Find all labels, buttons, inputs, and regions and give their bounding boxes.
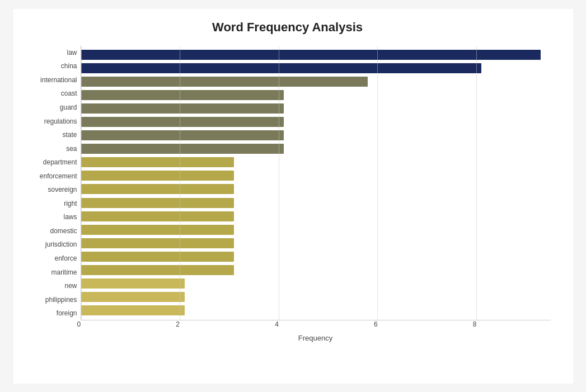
bar-row: [81, 183, 551, 195]
x-tick-6: 6: [374, 320, 378, 328]
chart-title: Word Frequency Analysis: [25, 20, 551, 35]
y-label-jurisdiction: jurisdiction: [45, 241, 77, 248]
y-label-domestic: domestic: [50, 228, 77, 234]
bar-row: [81, 264, 551, 276]
bar-row: [81, 156, 551, 168]
x-tick-4: 4: [275, 320, 279, 328]
y-label-coast: coast: [61, 90, 77, 97]
x-axis-label: Frequency: [81, 334, 551, 342]
y-label-enforce: enforce: [54, 255, 77, 262]
bar-maritime: [81, 265, 235, 275]
y-label-department: department: [43, 159, 77, 166]
y-label-enforcement: enforcement: [40, 173, 77, 180]
bar-right: [81, 198, 235, 208]
y-label-china: china: [61, 63, 77, 69]
bar-sea: [81, 144, 284, 154]
x-tick-0: 0: [77, 320, 81, 328]
bar-sovereign: [81, 184, 235, 194]
bar-row: [81, 210, 551, 223]
bar-jurisdiction: [81, 238, 235, 248]
bar-row: [81, 304, 551, 317]
bars-plot: [81, 46, 551, 320]
bar-row: [81, 62, 551, 74]
bar-foreign: [81, 305, 185, 315]
bar-state: [81, 130, 284, 140]
bar-law: [81, 50, 541, 60]
bar-row: [81, 224, 551, 236]
bar-row: [81, 116, 551, 128]
bar-domestic: [81, 225, 235, 235]
bar-row: [81, 291, 551, 303]
y-label-sea: sea: [66, 145, 77, 152]
y-label-maritime: maritime: [51, 269, 77, 276]
y-label-sovereign: sovereign: [48, 186, 77, 193]
x-tick-2: 2: [176, 320, 180, 328]
bar-row: [81, 277, 551, 290]
bar-philippines: [81, 292, 185, 302]
chart-container: Word Frequency Analysis lawchinainternat…: [13, 9, 573, 384]
bar-row: [81, 129, 551, 141]
y-label-international: international: [40, 77, 77, 83]
bar-row: [81, 143, 551, 155]
bar-coast: [81, 90, 284, 100]
bar-laws: [81, 211, 235, 221]
bar-row: [81, 169, 551, 182]
y-label-laws: laws: [63, 214, 77, 220]
bar-row: [81, 49, 551, 61]
y-label-regulations: regulations: [44, 118, 77, 125]
y-label-foreign: foreign: [57, 310, 77, 317]
y-label-guard: guard: [60, 104, 77, 111]
y-label-new: new: [64, 282, 77, 289]
x-tick-8: 8: [473, 320, 477, 328]
bar-row: [81, 102, 551, 115]
bar-new: [81, 278, 185, 289]
y-label-law: law: [67, 49, 77, 56]
y-axis: lawchinainternationalcoastguardregulatio…: [25, 46, 81, 320]
bar-rows: [81, 46, 551, 320]
bar-row: [81, 251, 551, 263]
bar-row: [81, 75, 551, 88]
bar-china: [81, 63, 481, 73]
chart-area: lawchinainternationalcoastguardregulatio…: [25, 46, 551, 342]
y-label-right: right: [64, 200, 77, 207]
bar-international: [81, 77, 368, 87]
x-axis: 02468: [81, 320, 551, 332]
bar-row: [81, 89, 551, 101]
bar-guard: [81, 103, 284, 114]
bar-row: [81, 197, 551, 209]
y-label-philippines: philippines: [45, 296, 77, 303]
bar-enforce: [81, 252, 235, 262]
bars-section: lawchinainternationalcoastguardregulatio…: [25, 46, 551, 320]
bar-enforcement: [81, 171, 235, 181]
bar-department: [81, 157, 235, 167]
y-label-state: state: [62, 131, 77, 138]
bar-row: [81, 237, 551, 249]
bar-regulations: [81, 117, 284, 127]
